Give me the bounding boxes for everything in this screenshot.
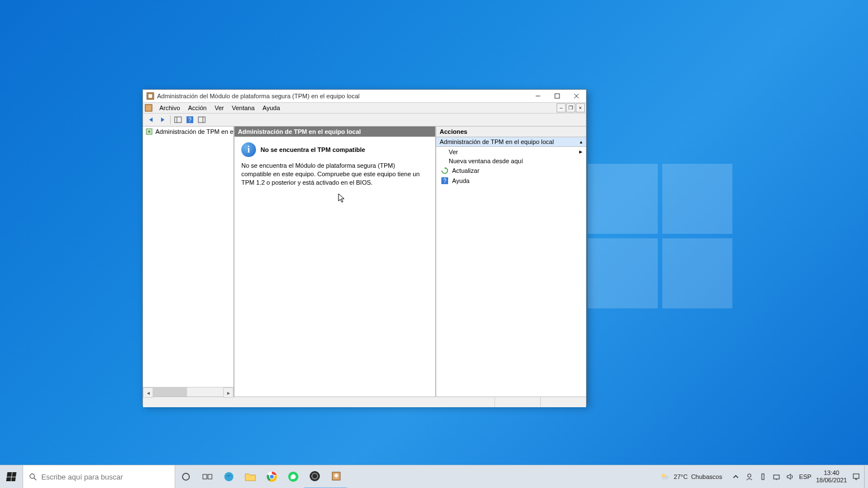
action-view[interactable]: Ver ▸: [436, 147, 586, 156]
clock-time: 13:40: [816, 469, 847, 477]
weather-icon: [660, 472, 670, 481]
svg-line-18: [34, 478, 36, 480]
content-header: Administración de TPM en el equipo local: [235, 127, 435, 137]
scroll-thumb[interactable]: [153, 387, 187, 396]
menu-view[interactable]: Ver: [211, 104, 228, 112]
action-new-window[interactable]: Nueva ventana desde aquí: [436, 156, 586, 165]
tree-hscrollbar[interactable]: ◂ ▸: [143, 387, 233, 396]
svg-point-17: [30, 474, 34, 478]
weather-cond: Chubascos: [691, 473, 722, 480]
svg-rect-35: [853, 474, 859, 478]
volume-icon[interactable]: [785, 472, 795, 481]
svg-point-19: [183, 473, 189, 480]
minimize-button[interactable]: [528, 90, 548, 102]
app-icon: [146, 91, 155, 101]
cortana-button[interactable]: [175, 465, 197, 488]
usb-icon[interactable]: [758, 472, 767, 481]
mdi-restore-button[interactable]: ❐: [566, 103, 575, 112]
mdi-close-button[interactable]: ×: [576, 103, 585, 112]
tpm-tree-icon: [145, 128, 153, 136]
scroll-track[interactable]: [153, 387, 223, 396]
show-desktop-button[interactable]: [864, 465, 868, 488]
toolbar: ?: [143, 114, 586, 127]
content-pane: Administración de TPM en el equipo local…: [235, 127, 436, 396]
task-view-button[interactable]: [197, 465, 218, 488]
mdi-minimize-button[interactable]: –: [557, 103, 566, 112]
tpm-app-icon[interactable]: [326, 465, 347, 488]
search-placeholder: Escribe aquí para buscar: [41, 473, 123, 481]
window-title: Administración del Módulo de plataforma …: [157, 93, 528, 99]
weather-widget[interactable]: 27°C Chubascos: [660, 472, 722, 481]
action-help-label: Ayuda: [452, 177, 470, 184]
submenu-arrow-icon: ▸: [579, 148, 583, 155]
svg-rect-3: [555, 94, 559, 98]
svg-rect-6: [145, 104, 152, 111]
toolbar-separator: [170, 115, 171, 124]
actions-header: Acciones: [436, 127, 586, 137]
svg-text:?: ?: [188, 117, 192, 123]
svg-rect-33: [774, 475, 779, 479]
notifications-icon[interactable]: [852, 472, 861, 481]
tray-chevron-up-icon[interactable]: [731, 472, 740, 481]
clock[interactable]: 13:40 18/06/2021: [816, 469, 847, 483]
svg-text:?: ?: [443, 178, 446, 184]
menu-help[interactable]: Ayuda: [259, 104, 284, 112]
clock-date: 18/06/2021: [816, 477, 847, 484]
search-icon: [29, 473, 37, 481]
close-button[interactable]: [567, 90, 586, 102]
whatsapp-icon[interactable]: [283, 465, 304, 488]
content-body: i No se encuentra el TPM compatible No s…: [235, 137, 435, 193]
titlebar[interactable]: Administración del Módulo de plataforma …: [143, 90, 586, 103]
mdi-controls: – ❐ ×: [556, 103, 585, 112]
svg-point-30: [662, 474, 665, 477]
action-new-window-label: Nueva ventana desde aquí: [449, 158, 523, 164]
mmc-snapin-icon: [144, 103, 153, 112]
weather-temp: 27°C: [674, 473, 688, 480]
maximize-button[interactable]: [548, 90, 567, 102]
svg-rect-32: [762, 474, 764, 480]
svg-rect-21: [208, 474, 212, 479]
forward-button[interactable]: [157, 114, 168, 125]
back-button[interactable]: [145, 114, 157, 125]
help-button[interactable]: ?: [184, 114, 196, 125]
search-box[interactable]: Escribe aquí para buscar: [23, 465, 175, 488]
menu-action[interactable]: Acción: [184, 104, 211, 112]
message-body: No se encuentra el Módulo de plataforma …: [241, 162, 422, 187]
svg-point-14: [148, 130, 150, 133]
action-refresh-label: Actualizar: [452, 167, 479, 174]
chrome-icon[interactable]: [261, 465, 283, 488]
taskbar: Escribe aquí para buscar 27°C Chubascos …: [0, 465, 868, 488]
refresh-icon: [441, 167, 449, 175]
show-actions-button[interactable]: [196, 114, 207, 125]
message-title: No se encuentra el TPM compatible: [261, 146, 365, 153]
svg-rect-20: [203, 474, 207, 479]
mmc-window: Administración del Módulo de plataforma …: [142, 89, 587, 406]
action-help[interactable]: ? Ayuda: [436, 176, 586, 186]
svg-rect-7: [175, 117, 181, 123]
help-icon: ?: [441, 177, 449, 185]
start-button[interactable]: [0, 465, 23, 488]
svg-rect-1: [148, 94, 153, 98]
people-icon[interactable]: [745, 472, 754, 481]
desktop-wallpaper: Administración del Módulo de plataforma …: [0, 0, 868, 488]
scroll-left-button[interactable]: ◂: [143, 387, 153, 398]
obs-icon[interactable]: [304, 465, 326, 488]
system-tray: 27°C Chubascos ESP 13:40 18/06/2021: [660, 469, 864, 483]
file-explorer-icon[interactable]: [240, 465, 261, 488]
menu-window[interactable]: Ventana: [228, 104, 258, 112]
show-hide-tree-button[interactable]: [172, 114, 184, 125]
tree-item-tpm[interactable]: Administración de TPM en el equip: [143, 127, 233, 137]
tree-pane: Administración de TPM en el equip ◂ ▸: [143, 127, 235, 396]
actions-group[interactable]: Administración de TPM en el equipo local…: [436, 137, 586, 147]
svg-point-31: [748, 474, 751, 477]
windows-logo-wallpaper: [588, 164, 735, 311]
message-row: i No se encuentra el TPM compatible: [241, 142, 428, 157]
edge-icon[interactable]: [218, 465, 240, 488]
network-icon[interactable]: [772, 472, 781, 481]
menu-file[interactable]: Archivo: [155, 104, 184, 112]
language-indicator[interactable]: ESP: [799, 473, 811, 480]
collapse-icon: ▴: [580, 139, 583, 145]
scroll-right-button[interactable]: ▸: [223, 387, 233, 398]
svg-point-26: [310, 471, 320, 481]
action-refresh[interactable]: Actualizar: [436, 165, 586, 176]
